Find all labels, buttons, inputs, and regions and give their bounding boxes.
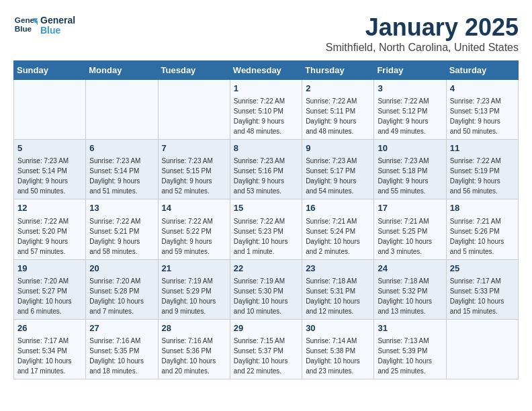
weekday-header-thursday: Thursday <box>302 61 374 80</box>
svg-text:Blue: Blue <box>15 24 32 33</box>
calendar-cell: 29Sunrise: 7:15 AM Sunset: 5:37 PM Dayli… <box>230 319 302 379</box>
day-info: Sunrise: 7:23 AM Sunset: 5:14 PM Dayligh… <box>89 156 154 196</box>
day-number: 19 <box>17 263 82 275</box>
day-number: 7 <box>162 142 226 154</box>
logo-line1: General <box>40 15 75 26</box>
day-info: Sunrise: 7:23 AM Sunset: 5:16 PM Dayligh… <box>234 156 298 196</box>
calendar-table: SundayMondayTuesdayWednesdayThursdayFrid… <box>13 60 519 379</box>
calendar-cell: 20Sunrise: 7:20 AM Sunset: 5:28 PM Dayli… <box>86 259 158 319</box>
day-number: 5 <box>17 142 82 154</box>
day-number: 26 <box>17 322 82 334</box>
month-title: January 2025 <box>326 13 519 42</box>
day-info: Sunrise: 7:22 AM Sunset: 5:12 PM Dayligh… <box>378 96 442 136</box>
day-number: 10 <box>378 142 442 154</box>
day-info: Sunrise: 7:16 AM Sunset: 5:36 PM Dayligh… <box>162 336 226 376</box>
day-info: Sunrise: 7:21 AM Sunset: 5:26 PM Dayligh… <box>450 216 515 257</box>
day-info: Sunrise: 7:22 AM Sunset: 5:10 PM Dayligh… <box>234 96 298 136</box>
day-number: 14 <box>162 202 226 214</box>
calendar-cell: 24Sunrise: 7:18 AM Sunset: 5:32 PM Dayli… <box>374 259 446 319</box>
day-number: 28 <box>162 322 226 334</box>
calendar-cell: 2Sunrise: 7:22 AM Sunset: 5:11 PM Daylig… <box>302 80 374 140</box>
calendar-cell: 12Sunrise: 7:22 AM Sunset: 5:20 PM Dayli… <box>14 199 86 259</box>
day-number: 15 <box>234 202 298 214</box>
calendar-cell: 1Sunrise: 7:22 AM Sunset: 5:10 PM Daylig… <box>230 80 302 140</box>
day-info: Sunrise: 7:22 AM Sunset: 5:21 PM Dayligh… <box>89 216 154 257</box>
day-info: Sunrise: 7:13 AM Sunset: 5:39 PM Dayligh… <box>378 336 442 376</box>
calendar-cell: 21Sunrise: 7:19 AM Sunset: 5:29 PM Dayli… <box>158 259 230 319</box>
weekday-header-row: SundayMondayTuesdayWednesdayThursdayFrid… <box>14 61 519 80</box>
day-info: Sunrise: 7:22 AM Sunset: 5:11 PM Dayligh… <box>306 96 370 136</box>
calendar-cell: 25Sunrise: 7:17 AM Sunset: 5:33 PM Dayli… <box>446 259 518 319</box>
day-number: 29 <box>234 322 298 334</box>
day-info: Sunrise: 7:19 AM Sunset: 5:29 PM Dayligh… <box>162 276 226 316</box>
day-number: 6 <box>89 142 154 154</box>
calendar-cell: 16Sunrise: 7:21 AM Sunset: 5:24 PM Dayli… <box>302 199 374 259</box>
calendar-cell: 7Sunrise: 7:23 AM Sunset: 5:15 PM Daylig… <box>158 140 230 199</box>
day-number: 18 <box>450 202 515 214</box>
calendar-week-4: 19Sunrise: 7:20 AM Sunset: 5:27 PM Dayli… <box>14 259 519 319</box>
calendar-cell: 4Sunrise: 7:23 AM Sunset: 5:13 PM Daylig… <box>446 80 518 140</box>
calendar-cell: 17Sunrise: 7:21 AM Sunset: 5:25 PM Dayli… <box>374 199 446 259</box>
calendar-cell: 26Sunrise: 7:17 AM Sunset: 5:34 PM Dayli… <box>14 319 86 379</box>
day-number: 24 <box>378 263 442 275</box>
day-info: Sunrise: 7:17 AM Sunset: 5:34 PM Dayligh… <box>17 336 82 376</box>
day-info: Sunrise: 7:23 AM Sunset: 5:18 PM Dayligh… <box>378 156 442 196</box>
calendar-week-1: 1Sunrise: 7:22 AM Sunset: 5:10 PM Daylig… <box>14 80 519 140</box>
day-info: Sunrise: 7:22 AM Sunset: 5:23 PM Dayligh… <box>234 216 298 257</box>
day-number: 23 <box>306 263 370 275</box>
day-info: Sunrise: 7:23 AM Sunset: 5:17 PM Dayligh… <box>306 156 370 196</box>
day-number: 16 <box>306 202 370 214</box>
calendar-cell <box>14 80 86 140</box>
weekday-header-sunday: Sunday <box>14 61 86 80</box>
day-info: Sunrise: 7:19 AM Sunset: 5:30 PM Dayligh… <box>234 276 298 316</box>
page-header: General Blue General Blue January 2025 S… <box>13 13 519 54</box>
day-info: Sunrise: 7:22 AM Sunset: 5:20 PM Dayligh… <box>17 216 82 257</box>
day-number: 11 <box>450 142 515 154</box>
calendar-week-3: 12Sunrise: 7:22 AM Sunset: 5:20 PM Dayli… <box>14 199 519 259</box>
day-number: 22 <box>234 263 298 275</box>
day-number: 27 <box>89 322 154 334</box>
day-number: 3 <box>378 83 442 95</box>
day-info: Sunrise: 7:23 AM Sunset: 5:13 PM Dayligh… <box>450 96 515 136</box>
day-info: Sunrise: 7:22 AM Sunset: 5:22 PM Dayligh… <box>162 216 226 257</box>
calendar-week-5: 26Sunrise: 7:17 AM Sunset: 5:34 PM Dayli… <box>14 319 519 379</box>
calendar-cell <box>158 80 230 140</box>
day-number: 13 <box>89 202 154 214</box>
calendar-cell: 18Sunrise: 7:21 AM Sunset: 5:26 PM Dayli… <box>446 199 518 259</box>
day-info: Sunrise: 7:21 AM Sunset: 5:24 PM Dayligh… <box>306 216 370 257</box>
day-number: 30 <box>306 322 370 334</box>
weekday-header-friday: Friday <box>374 61 446 80</box>
day-info: Sunrise: 7:14 AM Sunset: 5:38 PM Dayligh… <box>306 336 370 376</box>
day-number: 17 <box>378 202 442 214</box>
calendar-cell: 3Sunrise: 7:22 AM Sunset: 5:12 PM Daylig… <box>374 80 446 140</box>
weekday-header-tuesday: Tuesday <box>158 61 230 80</box>
day-info: Sunrise: 7:18 AM Sunset: 5:31 PM Dayligh… <box>306 276 370 316</box>
title-section: January 2025 Smithfield, North Carolina,… <box>326 13 519 54</box>
calendar-cell <box>446 319 518 379</box>
calendar-cell: 19Sunrise: 7:20 AM Sunset: 5:27 PM Dayli… <box>14 259 86 319</box>
day-info: Sunrise: 7:23 AM Sunset: 5:15 PM Dayligh… <box>162 156 226 196</box>
day-number: 21 <box>162 263 226 275</box>
day-number: 1 <box>234 83 298 95</box>
day-number: 25 <box>450 263 515 275</box>
calendar-cell: 27Sunrise: 7:16 AM Sunset: 5:35 PM Dayli… <box>86 319 158 379</box>
calendar-body: 1Sunrise: 7:22 AM Sunset: 5:10 PM Daylig… <box>14 80 519 379</box>
day-number: 9 <box>306 142 370 154</box>
calendar-cell: 14Sunrise: 7:22 AM Sunset: 5:22 PM Dayli… <box>158 199 230 259</box>
calendar-cell: 22Sunrise: 7:19 AM Sunset: 5:30 PM Dayli… <box>230 259 302 319</box>
day-info: Sunrise: 7:16 AM Sunset: 5:35 PM Dayligh… <box>89 336 154 376</box>
calendar-cell <box>86 80 158 140</box>
calendar-cell: 28Sunrise: 7:16 AM Sunset: 5:36 PM Dayli… <box>158 319 230 379</box>
calendar-cell: 23Sunrise: 7:18 AM Sunset: 5:31 PM Dayli… <box>302 259 374 319</box>
calendar-cell: 11Sunrise: 7:22 AM Sunset: 5:19 PM Dayli… <box>446 140 518 199</box>
weekday-header-saturday: Saturday <box>446 61 518 80</box>
logo: General Blue General Blue <box>13 13 75 38</box>
calendar-cell: 10Sunrise: 7:23 AM Sunset: 5:18 PM Dayli… <box>374 140 446 199</box>
calendar-cell: 6Sunrise: 7:23 AM Sunset: 5:14 PM Daylig… <box>86 140 158 199</box>
day-number: 8 <box>234 142 298 154</box>
day-number: 4 <box>450 83 515 95</box>
calendar-cell: 9Sunrise: 7:23 AM Sunset: 5:17 PM Daylig… <box>302 140 374 199</box>
calendar-week-2: 5Sunrise: 7:23 AM Sunset: 5:14 PM Daylig… <box>14 140 519 199</box>
day-info: Sunrise: 7:20 AM Sunset: 5:27 PM Dayligh… <box>17 276 82 316</box>
logo-line2: Blue <box>40 26 75 36</box>
